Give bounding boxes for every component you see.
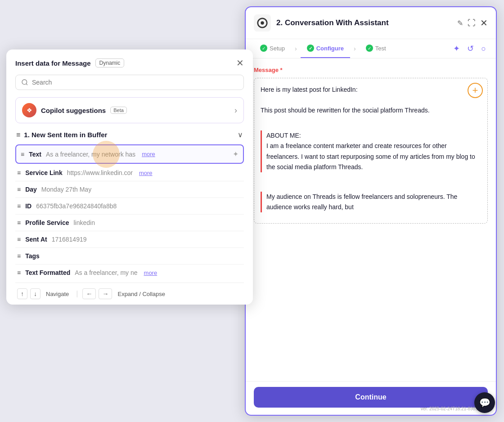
tab-arrow-1: › — [293, 45, 299, 52]
panel-header: Insert data for Message Dynamic ✕ — [15, 58, 244, 67]
item-more-link[interactable]: more — [139, 170, 153, 176]
message-content: Here is my latest post for LinkedIn: Thi… — [261, 85, 481, 212]
item-more-link[interactable]: more — [142, 151, 155, 157]
list-item[interactable]: ≡ Day Monday 27th May — [15, 181, 244, 198]
item-value: 1716814919 — [52, 236, 87, 243]
expand-icon[interactable]: ⛶ — [468, 18, 476, 28]
chevron-right-icon: › — [234, 106, 237, 115]
tab-test[interactable]: ✓ Test — [360, 39, 392, 58]
header-actions: ✎ ⛶ ✕ — [457, 18, 488, 28]
right-panel: 2. Conversation With Assistant ✎ ⛶ ✕ ✓ S… — [245, 6, 497, 416]
beta-badge: Beta — [110, 107, 127, 114]
tabs-right: ✦ ↺ ○ — [451, 42, 488, 55]
tabs-left: ✓ Setup › ✓ Configure › ✓ Test — [254, 39, 392, 58]
item-layers-icon: ≡ — [17, 252, 21, 260]
search-icon — [21, 79, 28, 86]
audience-text: My audience on Threads is fellow freelan… — [266, 192, 481, 212]
tab-test-label: Test — [375, 45, 386, 52]
item-more-link[interactable]: more — [144, 269, 158, 276]
continue-button[interactable]: Continue — [254, 387, 488, 408]
close-button[interactable]: ✕ — [236, 58, 244, 67]
right-panel-content: Message * + Here is my latest post for L… — [246, 58, 496, 381]
tab-arrow-2: › — [352, 45, 358, 52]
configure-check-icon: ✓ — [307, 45, 314, 52]
message-line2: This post should be rewritten for the so… — [261, 105, 481, 116]
section-title-text: 1. New Sent Item in Buffer — [24, 131, 107, 139]
right-panel-header: 2. Conversation With Assistant ✎ ⛶ ✕ — [246, 7, 496, 39]
refresh-button[interactable]: ○ — [479, 42, 488, 55]
item-label: Day — [25, 186, 37, 193]
item-layers-icon: ≡ — [17, 236, 21, 243]
navigate-down-button[interactable]: ↓ — [30, 288, 40, 299]
navigate-left-button[interactable]: ← — [82, 288, 96, 299]
tab-setup-label: Setup — [270, 45, 285, 52]
openai-logo-icon — [254, 14, 271, 31]
about-text: I am a freelance content marketer and cr… — [266, 141, 481, 172]
copilot-icon: ❖ — [22, 103, 36, 117]
add-content-button[interactable]: + — [468, 83, 483, 98]
sparkle-button[interactable]: ✦ — [451, 42, 462, 55]
tab-configure-label: Configure — [316, 45, 344, 52]
navigate-right-button[interactable]: → — [99, 288, 112, 299]
expand-collapse-label: Expand / Collapse — [117, 291, 165, 297]
panel-title-text: Insert data for Message — [15, 59, 91, 67]
item-label: Service Link — [25, 169, 63, 176]
close-right-panel-icon[interactable]: ✕ — [480, 18, 488, 28]
list-item[interactable]: ≡ Service Link https://www.linkedin.cor … — [15, 165, 244, 181]
item-value: As a freelancer, my ne — [75, 269, 137, 276]
magic-wand-icon: ✦ — [233, 150, 238, 158]
item-value: 66375fb3a7e96824840fa8b8 — [36, 202, 117, 210]
list-item[interactable]: ≡ Text As a freelancer, my network has m… — [15, 144, 244, 164]
chat-bubble-button[interactable]: 💬 — [474, 392, 495, 413]
panel-footer: ↑ ↓ Navigate | ← → Expand / Collapse — [15, 283, 244, 305]
copilot-label: Copilot suggestions — [41, 107, 106, 114]
message-line1: Here is my latest post for LinkedIn: — [261, 85, 481, 95]
item-label: ID — [25, 202, 32, 210]
item-label: Text Formatted — [25, 269, 70, 276]
list-item[interactable]: ≡ Sent At 1716814919 — [15, 231, 244, 248]
copilot-row[interactable]: ❖ Copilot suggestions Beta › — [15, 97, 244, 123]
search-box — [15, 75, 244, 90]
svg-point-3 — [261, 21, 264, 24]
pencil-icon[interactable]: ✎ — [457, 19, 463, 27]
copilot-left: ❖ Copilot suggestions Beta — [22, 103, 127, 117]
list-item[interactable]: ≡ Profile Service linkedin — [15, 215, 244, 231]
svg-point-0 — [22, 80, 27, 85]
tab-setup[interactable]: ✓ Setup — [254, 39, 291, 58]
navigate-label: Navigate — [46, 291, 69, 297]
item-layers-icon: ≡ — [17, 219, 21, 226]
item-layers-icon: ≡ — [17, 269, 21, 276]
chevron-down-icon[interactable]: ∨ — [238, 130, 243, 139]
search-input[interactable] — [32, 79, 238, 86]
item-value: Monday 27th May — [41, 186, 91, 193]
item-value: As a freelancer, my network has — [46, 151, 135, 158]
message-box[interactable]: + Here is my latest post for LinkedIn: T… — [254, 78, 488, 224]
item-value: https://www.linkedin.cor — [67, 169, 133, 176]
item-label: Text — [29, 151, 41, 158]
navigate-up-button[interactable]: ↑ — [17, 288, 27, 299]
dynamic-badge: Dynamic — [95, 58, 125, 67]
tabs-bar: ✓ Setup › ✓ Configure › ✓ Test ✦ ↺ ○ — [246, 39, 496, 58]
item-layers-icon: ≡ — [17, 169, 21, 176]
item-layers-icon: ≡ — [17, 186, 21, 193]
list-item[interactable]: ≡ Text Formatted As a freelancer, my ne … — [15, 265, 244, 281]
item-label: Sent At — [25, 236, 47, 243]
audience-section: My audience on Threads is fellow freelan… — [261, 192, 481, 212]
separator: | — [76, 290, 78, 298]
about-heading: ABOUT ME: — [266, 130, 481, 141]
item-layers-icon: ≡ — [17, 202, 21, 210]
item-label: Tags — [25, 252, 40, 260]
item-value: linkedin — [73, 219, 94, 226]
test-check-icon: ✓ — [366, 45, 373, 52]
layers-icon: ≡ — [16, 131, 20, 139]
item-label: Profile Service — [25, 219, 69, 226]
tab-configure[interactable]: ✓ Configure — [301, 39, 350, 58]
section-header: ≡ 1. New Sent Item in Buffer ∨ — [15, 130, 244, 139]
about-section: ABOUT ME: I am a freelance content marke… — [261, 130, 481, 172]
item-layers-icon: ≡ — [21, 151, 24, 158]
undo-button[interactable]: ↺ — [465, 42, 476, 55]
section-title: ≡ 1. New Sent Item in Buffer — [16, 131, 107, 139]
list-item[interactable]: ≡ ID 66375fb3a7e96824840fa8b8 — [15, 198, 244, 215]
panel-title: Insert data for Message Dynamic — [15, 58, 124, 67]
list-item[interactable]: ≡ Tags — [15, 248, 244, 265]
